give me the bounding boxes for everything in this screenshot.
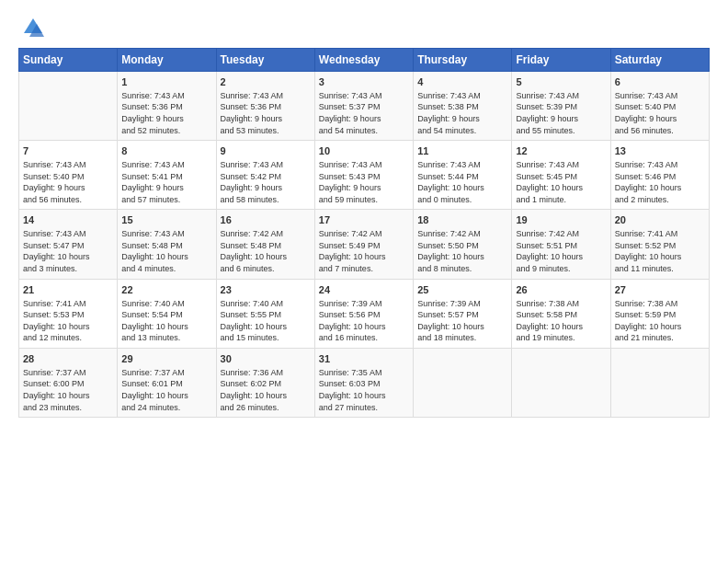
- cell-line: Daylight: 9 hours: [319, 113, 409, 125]
- cell-content: Sunrise: 7:42 AMSunset: 5:49 PMDaylight:…: [319, 228, 409, 274]
- cell-line: Daylight: 10 hours: [516, 251, 606, 263]
- cell-line: Sunset: 6:01 PM: [121, 378, 211, 390]
- cell-content: Sunrise: 7:39 AMSunset: 5:57 PMDaylight:…: [417, 298, 507, 344]
- day-number: 10: [319, 144, 409, 158]
- week-row-1: 1Sunrise: 7:43 AMSunset: 5:36 PMDaylight…: [19, 72, 710, 141]
- cell-line: Sunset: 5:41 PM: [121, 171, 211, 183]
- cell-content: Sunrise: 7:43 AMSunset: 5:44 PMDaylight:…: [417, 159, 507, 205]
- cell-content: Sunrise: 7:43 AMSunset: 5:37 PMDaylight:…: [319, 90, 409, 136]
- calendar-cell: 1Sunrise: 7:43 AMSunset: 5:36 PMDaylight…: [118, 72, 216, 141]
- cell-line: Sunrise: 7:39 AM: [319, 298, 409, 310]
- cell-line: and 24 minutes.: [121, 402, 211, 414]
- cell-line: Daylight: 10 hours: [417, 251, 507, 263]
- cell-line: and 6 minutes.: [221, 263, 311, 275]
- day-number: 23: [221, 283, 311, 297]
- cell-content: Sunrise: 7:43 AMSunset: 5:40 PMDaylight:…: [23, 159, 113, 205]
- cell-line: Daylight: 10 hours: [615, 251, 705, 263]
- cell-line: Daylight: 9 hours: [23, 182, 113, 194]
- calendar-cell: 19Sunrise: 7:42 AMSunset: 5:51 PMDayligh…: [512, 210, 610, 279]
- cell-line: and 23 minutes.: [23, 402, 113, 414]
- day-number: 16: [221, 213, 311, 227]
- cell-line: Sunrise: 7:42 AM: [319, 228, 409, 240]
- day-number: 29: [121, 352, 211, 366]
- cell-line: and 13 minutes.: [121, 332, 211, 344]
- cell-line: Sunrise: 7:38 AM: [615, 298, 705, 310]
- calendar-cell: 21Sunrise: 7:41 AMSunset: 5:53 PMDayligh…: [19, 279, 118, 348]
- cell-line: Daylight: 9 hours: [221, 113, 311, 125]
- cell-line: Sunrise: 7:41 AM: [23, 298, 113, 310]
- cell-line: and 54 minutes.: [417, 125, 507, 137]
- calendar-cell: 8Sunrise: 7:43 AMSunset: 5:41 PMDaylight…: [118, 141, 216, 210]
- cell-content: Sunrise: 7:40 AMSunset: 5:54 PMDaylight:…: [121, 298, 211, 344]
- cell-content: Sunrise: 7:43 AMSunset: 5:42 PMDaylight:…: [221, 159, 311, 205]
- cell-line: Sunrise: 7:37 AM: [23, 367, 113, 379]
- cell-line: Sunrise: 7:42 AM: [417, 228, 507, 240]
- cell-content: Sunrise: 7:42 AMSunset: 5:51 PMDaylight:…: [516, 228, 606, 274]
- day-number: 26: [516, 283, 606, 297]
- day-number: 27: [615, 283, 705, 297]
- day-number: 19: [516, 213, 606, 227]
- calendar-cell: 10Sunrise: 7:43 AMSunset: 5:43 PMDayligh…: [314, 141, 413, 210]
- cell-line: Sunrise: 7:43 AM: [221, 159, 311, 171]
- header-day-monday: Monday: [118, 49, 216, 72]
- day-number: 8: [121, 144, 211, 158]
- cell-content: Sunrise: 7:42 AMSunset: 5:50 PMDaylight:…: [417, 228, 507, 274]
- calendar-cell: 2Sunrise: 7:43 AMSunset: 5:36 PMDaylight…: [216, 72, 314, 141]
- day-number: 12: [516, 144, 606, 158]
- cell-line: and 52 minutes.: [121, 125, 211, 137]
- cell-line: Sunset: 5:45 PM: [516, 171, 606, 183]
- cell-line: Sunrise: 7:43 AM: [319, 159, 409, 171]
- cell-line: Sunrise: 7:40 AM: [121, 298, 211, 310]
- calendar-cell: 12Sunrise: 7:43 AMSunset: 5:45 PMDayligh…: [512, 141, 610, 210]
- cell-content: Sunrise: 7:37 AMSunset: 6:01 PMDaylight:…: [121, 367, 211, 413]
- cell-line: Sunset: 5:57 PM: [417, 309, 507, 321]
- calendar-cell: 11Sunrise: 7:43 AMSunset: 5:44 PMDayligh…: [414, 141, 512, 210]
- cell-line: and 55 minutes.: [516, 125, 606, 137]
- day-number: 6: [615, 75, 705, 89]
- cell-line: Sunset: 5:46 PM: [615, 171, 705, 183]
- cell-content: Sunrise: 7:43 AMSunset: 5:48 PMDaylight:…: [121, 228, 211, 274]
- calendar-cell: 18Sunrise: 7:42 AMSunset: 5:50 PMDayligh…: [414, 210, 512, 279]
- calendar-cell: [19, 72, 118, 141]
- cell-line: Sunrise: 7:35 AM: [319, 367, 409, 379]
- cell-line: Sunrise: 7:43 AM: [23, 159, 113, 171]
- day-number: 20: [615, 213, 705, 227]
- day-number: 9: [221, 144, 311, 158]
- cell-line: Sunrise: 7:43 AM: [417, 90, 507, 102]
- day-number: 7: [23, 144, 113, 158]
- cell-line: Daylight: 10 hours: [417, 321, 507, 333]
- cell-line: and 54 minutes.: [319, 125, 409, 137]
- day-number: 15: [121, 213, 211, 227]
- cell-line: Sunrise: 7:43 AM: [121, 228, 211, 240]
- cell-line: Sunrise: 7:38 AM: [516, 298, 606, 310]
- calendar-cell: 15Sunrise: 7:43 AMSunset: 5:48 PMDayligh…: [118, 210, 216, 279]
- cell-line: Daylight: 10 hours: [23, 390, 113, 402]
- cell-line: Sunset: 5:51 PM: [516, 240, 606, 252]
- cell-line: and 16 minutes.: [319, 332, 409, 344]
- cell-line: Daylight: 10 hours: [121, 390, 211, 402]
- logo: [18, 15, 46, 40]
- week-row-2: 7Sunrise: 7:43 AMSunset: 5:40 PMDaylight…: [19, 141, 710, 210]
- day-number: 4: [417, 75, 507, 89]
- header-day-friday: Friday: [512, 49, 610, 72]
- cell-line: Daylight: 9 hours: [221, 182, 311, 194]
- cell-content: Sunrise: 7:43 AMSunset: 5:36 PMDaylight:…: [221, 90, 311, 136]
- calendar-cell: 31Sunrise: 7:35 AMSunset: 6:03 PMDayligh…: [314, 348, 413, 417]
- cell-line: Sunrise: 7:37 AM: [121, 367, 211, 379]
- cell-line: and 12 minutes.: [23, 332, 113, 344]
- calendar-cell: 20Sunrise: 7:41 AMSunset: 5:52 PMDayligh…: [610, 210, 709, 279]
- calendar-cell: 22Sunrise: 7:40 AMSunset: 5:54 PMDayligh…: [118, 279, 216, 348]
- cell-line: Sunrise: 7:40 AM: [221, 298, 311, 310]
- cell-line: Sunset: 5:54 PM: [121, 309, 211, 321]
- cell-content: Sunrise: 7:37 AMSunset: 6:00 PMDaylight:…: [23, 367, 113, 413]
- calendar-cell: 26Sunrise: 7:38 AMSunset: 5:58 PMDayligh…: [512, 279, 610, 348]
- cell-content: Sunrise: 7:36 AMSunset: 6:02 PMDaylight:…: [221, 367, 311, 413]
- cell-line: and 11 minutes.: [615, 263, 705, 275]
- cell-line: and 27 minutes.: [319, 402, 409, 414]
- cell-line: Sunset: 5:44 PM: [417, 171, 507, 183]
- cell-line: Daylight: 10 hours: [319, 390, 409, 402]
- calendar-cell: 23Sunrise: 7:40 AMSunset: 5:55 PMDayligh…: [216, 279, 314, 348]
- page: SundayMondayTuesdayWednesdayThursdayFrid…: [0, 0, 728, 563]
- cell-content: Sunrise: 7:43 AMSunset: 5:39 PMDaylight:…: [516, 90, 606, 136]
- cell-line: and 8 minutes.: [417, 263, 507, 275]
